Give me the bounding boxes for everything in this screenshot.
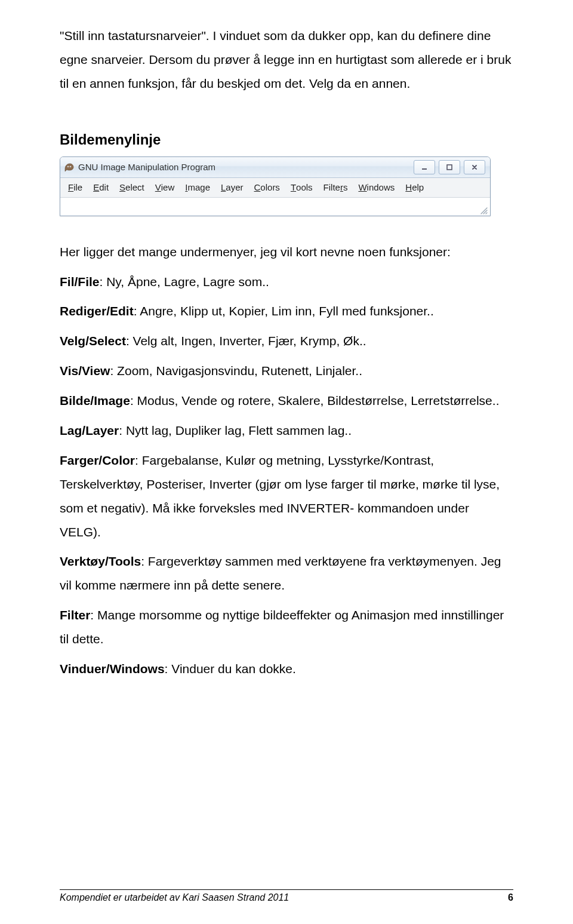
document-page: "Still inn tastatursnarveier". I vinduet…	[0, 0, 573, 924]
menu-rest: Filte	[324, 182, 340, 192]
menu-rest: ayer	[226, 182, 243, 192]
window-client-area	[60, 198, 490, 216]
menu-colors[interactable]: Colors	[249, 178, 285, 197]
desc-color: Farger/Color: Fargebalanse, Kulør og met…	[60, 449, 513, 544]
desc-file: Fil/File: Ny, Åpne, Lagre, Lagre som..	[60, 270, 513, 294]
desc-windows: Vinduer/Windows: Vinduer du kan dokke.	[60, 657, 513, 681]
minimize-button[interactable]	[414, 160, 435, 174]
menu-rest: elect	[125, 182, 144, 192]
window-buttons	[414, 160, 485, 174]
body-intro-line: Her ligger det mange undermenyer, jeg vi…	[60, 240, 513, 264]
section-heading: Bildemenylinje	[60, 131, 513, 148]
desc-label: Velg/Select	[60, 334, 126, 348]
menu-accel: W	[358, 182, 366, 192]
footer-rule	[60, 889, 513, 890]
menu-description-list: Fil/File: Ny, Åpne, Lagre, Lagre som.. R…	[60, 270, 513, 681]
menu-select[interactable]: Select	[114, 178, 150, 197]
svg-point-2	[68, 166, 69, 167]
menu-rest: ile	[73, 182, 82, 192]
desc-view: Vis/View: Zoom, Navigasjonsvindu, Rutene…	[60, 359, 513, 383]
menu-help[interactable]: Help	[400, 178, 429, 197]
menu-rest: dit	[99, 182, 109, 192]
menu-rest: indows	[367, 182, 395, 192]
resize-grip-icon	[479, 206, 488, 214]
menu-rest: elp	[412, 182, 424, 192]
desc-label: Verktøy/Tools	[60, 554, 141, 568]
maximize-button[interactable]	[439, 160, 460, 174]
menu-rest: ools	[296, 182, 313, 192]
desc-text: : Modus, Vende og rotere, Skalere, Bilde…	[130, 394, 500, 407]
desc-filter: Filter: Mange morsomme og nyttige bildee…	[60, 603, 513, 651]
desc-label: Lag/Layer	[60, 423, 119, 437]
desc-label: Fil/File	[60, 275, 100, 288]
desc-image: Bilde/Image: Modus, Vende og rotere, Ska…	[60, 389, 513, 413]
svg-rect-4	[422, 168, 427, 170]
menu-view[interactable]: View	[150, 178, 180, 197]
desc-label: Farger/Color	[60, 453, 135, 467]
menu-image[interactable]: Image	[180, 178, 215, 197]
page-number: 6	[508, 892, 513, 903]
desc-text: : Zoom, Navigasjonsvindu, Rutenett, Linj…	[110, 364, 362, 377]
window-title: GNU Image Manipulation Program	[78, 162, 215, 172]
menu-tools[interactable]: Tools	[285, 178, 318, 197]
gimp-app-icon	[64, 162, 75, 173]
desc-label: Filter	[60, 608, 90, 622]
desc-text: : Mange morsomme og nyttige bildeeffekte…	[60, 608, 504, 646]
menu-accel: L	[221, 182, 226, 192]
menu-edit[interactable]: Edit	[88, 178, 114, 197]
gimp-window-screenshot: GNU Image Manipulation Program	[60, 156, 491, 216]
desc-label: Vis/View	[60, 364, 110, 377]
menu-accel: E	[93, 182, 99, 192]
menu-rest: s	[343, 182, 348, 192]
desc-tools: Verktøy/Tools: Fargeverktøy sammen med v…	[60, 550, 513, 597]
menu-filters[interactable]: Filters	[318, 178, 353, 197]
menu-accel: S	[119, 182, 125, 192]
menu-bar: File Edit Select View Image Layer Colors…	[60, 178, 490, 198]
menu-accel: T	[291, 182, 296, 192]
desc-edit: Rediger/Edit: Angre, Klipp ut, Kopier, L…	[60, 299, 513, 323]
window-titlebar: GNU Image Manipulation Program	[60, 157, 490, 178]
desc-label: Vinduer/Windows	[60, 662, 165, 676]
menu-file[interactable]: File	[63, 178, 88, 197]
footer-text: Kompendiet er utarbeidet av Kari Saasen …	[60, 892, 289, 903]
page-footer: Kompendiet er utarbeidet av Kari Saasen …	[60, 889, 513, 903]
intro-paragraph: "Still inn tastatursnarveier". I vinduet…	[60, 24, 513, 96]
desc-text: : Ny, Åpne, Lagre, Lagre som..	[100, 275, 269, 288]
menu-accel: H	[405, 182, 412, 192]
desc-text: : Angre, Klipp ut, Kopier, Lim inn, Fyll…	[134, 304, 434, 318]
menu-rest: iew	[161, 182, 175, 192]
desc-label: Bilde/Image	[60, 394, 130, 407]
desc-label: Rediger/Edit	[60, 304, 134, 318]
menu-layer[interactable]: Layer	[215, 178, 249, 197]
menu-rest: olors	[260, 182, 280, 192]
menu-accel: C	[254, 182, 261, 192]
desc-text: : Nytt lag, Dupliker lag, Flett sammen l…	[119, 423, 352, 437]
desc-select: Velg/Select: Velg alt, Ingen, Inverter, …	[60, 329, 513, 353]
desc-text: : Vinduer du kan dokke.	[165, 662, 296, 676]
svg-rect-5	[447, 165, 452, 170]
menu-accel: F	[68, 182, 73, 192]
menu-windows[interactable]: Windows	[353, 178, 400, 197]
desc-text: : Velg alt, Ingen, Inverter, Fjær, Krymp…	[126, 334, 366, 348]
close-button[interactable]	[464, 160, 485, 174]
svg-point-3	[70, 166, 71, 167]
menu-accel: V	[155, 182, 161, 192]
desc-layer: Lag/Layer: Nytt lag, Dupliker lag, Flett…	[60, 419, 513, 443]
menu-rest: mage	[187, 182, 210, 192]
